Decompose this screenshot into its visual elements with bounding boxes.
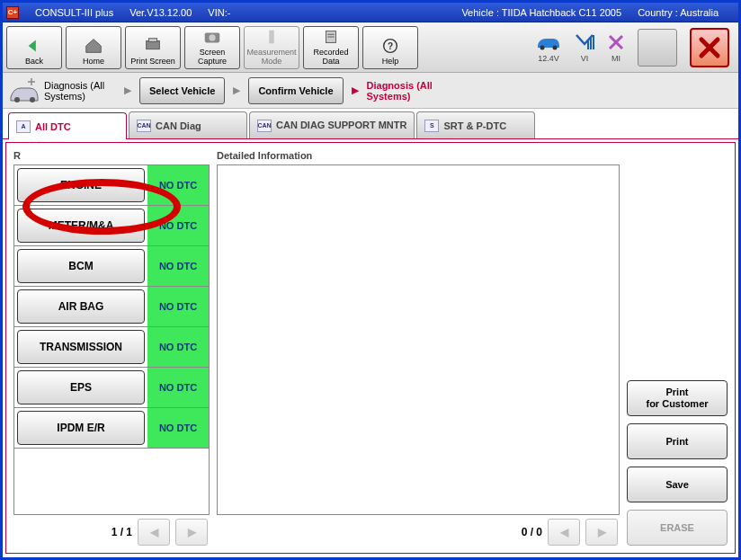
detail-next-button[interactable]: ▶ — [585, 519, 618, 546]
app-icon: C+ — [6, 6, 19, 19]
detail-pager: 0 / 0 ◀ ▶ — [217, 515, 620, 546]
vin-label: VIN:- — [208, 7, 230, 18]
systems-list: ENGINE NO DTC METER/M&A NO DTC BCM NO DT… — [13, 164, 210, 515]
tab-mini-icon: A — [16, 120, 31, 133]
status-group: 12.4V VI MI — [535, 28, 735, 67]
systems-prev-button[interactable]: ◀ — [138, 519, 170, 546]
svg-point-20 — [30, 97, 35, 102]
mi-x-icon — [607, 32, 625, 52]
car-icon — [535, 32, 562, 52]
screen-capture-button[interactable]: Screen Capture — [184, 26, 240, 69]
systems-pager: 1 / 1 ◀ ▶ — [13, 515, 210, 546]
chevron-right-icon: ▶ — [347, 84, 363, 96]
system-status: NO DTC — [147, 327, 209, 367]
system-row: BCM NO DTC — [14, 246, 209, 287]
save-button[interactable]: Save — [627, 467, 728, 502]
measurement-mode-button: Measurement Mode — [244, 26, 299, 69]
systems-column: R ENGINE NO DTC METER/M&A NO DTC BCM NO … — [13, 150, 210, 546]
chevron-right-icon: ▶ — [120, 84, 136, 96]
system-row: ENGINE NO DTC — [14, 165, 209, 206]
home-icon — [84, 37, 103, 55]
print-button[interactable]: Print — [627, 423, 728, 459]
system-status: NO DTC — [147, 287, 209, 326]
svg-rect-4 — [269, 30, 274, 43]
chevron-right-icon: ▶ — [228, 84, 245, 96]
confirm-vehicle-step[interactable]: Confirm Vehicle — [248, 77, 343, 104]
title-bar: C+ CONSULT-III plus Ver.V13.12.00 VIN:- … — [3, 3, 738, 22]
app-window: C+ CONSULT-III plus Ver.V13.12.00 VIN:- … — [0, 0, 741, 560]
tab-srt-pdtc[interactable]: S SRT & P-DTC — [416, 111, 535, 138]
system-airbag-button[interactable]: AIR BAG — [17, 289, 145, 324]
system-status: NO DTC — [147, 165, 209, 205]
system-status: NO DTC — [147, 408, 209, 448]
system-row: TRANSMISSION NO DTC — [14, 327, 209, 368]
back-icon — [24, 37, 44, 55]
detail-pager-label: 0 / 0 — [522, 526, 542, 538]
svg-text:?: ? — [388, 40, 393, 50]
tab-mini-icon: CAN — [137, 120, 151, 132]
tab-can-diag[interactable]: CAN CAN Diag — [129, 111, 247, 138]
breadcrumb: Diagnosis (All Systems) ▶ Select Vehicle… — [3, 73, 738, 109]
vi-signal-icon — [575, 32, 594, 52]
system-ipdm-button[interactable]: IPDM E/R — [17, 411, 145, 445]
svg-rect-1 — [148, 38, 156, 41]
print-screen-button[interactable]: Print Screen — [125, 26, 181, 69]
systems-pager-label: 1 / 1 — [112, 526, 132, 538]
vehicle-label: Vehicle : TIIDA Hatchback C11 2005 — [461, 7, 621, 18]
svg-point-11 — [553, 45, 558, 49]
tab-mini-icon: S — [424, 120, 439, 132]
camera-icon — [202, 28, 222, 46]
systems-next-button[interactable]: ▶ — [175, 519, 208, 546]
system-row: METER/M&A NO DTC — [14, 206, 209, 246]
tab-bar: A All DTC CAN CAN Diag CAN CAN DIAG SUPP… — [3, 109, 738, 139]
recorded-data-button[interactable]: Recorded Data — [303, 26, 359, 69]
tab-mini-icon: CAN — [257, 120, 272, 132]
system-status: NO DTC — [147, 368, 209, 407]
svg-rect-14 — [593, 35, 594, 49]
print-screen-icon — [143, 37, 163, 55]
close-button[interactable] — [690, 28, 729, 67]
detail-column: Detailed Information 0 / 0 ◀ ▶ — [217, 150, 620, 546]
system-row: IPDM E/R NO DTC — [14, 408, 209, 449]
svg-point-3 — [209, 34, 215, 40]
toolbar: Back Home Print Screen Screen Capture Me… — [3, 22, 738, 73]
system-row: AIR BAG NO DTC — [14, 287, 209, 327]
home-button[interactable]: Home — [66, 26, 121, 69]
mi-status: MI — [607, 32, 625, 63]
app-version: Ver.V13.12.00 — [129, 7, 192, 18]
detail-box — [217, 164, 620, 515]
system-eps-button[interactable]: EPS — [17, 370, 145, 404]
actions-column: Print for Customer Print Save ERASE — [627, 150, 728, 546]
system-status: NO DTC — [147, 206, 209, 245]
print-customer-button[interactable]: Print for Customer — [627, 380, 728, 416]
detail-header: Detailed Information — [217, 150, 620, 163]
system-engine-button[interactable]: ENGINE — [17, 168, 145, 202]
system-transmission-button[interactable]: TRANSMISSION — [17, 330, 145, 364]
measurement-icon — [262, 28, 281, 46]
breadcrumb-start: Diagnosis (All Systems) — [44, 80, 116, 102]
help-button[interactable]: ? Help — [362, 26, 418, 69]
svg-rect-13 — [590, 38, 592, 49]
breadcrumb-current: Diagnosis (All Systems) — [367, 80, 457, 102]
tab-all-dtc[interactable]: A All DTC — [8, 112, 127, 139]
battery-indicator — [638, 29, 677, 67]
vi-status: VI — [575, 32, 594, 63]
recorded-data-icon — [321, 28, 341, 46]
svg-point-19 — [14, 97, 20, 102]
system-status: NO DTC — [147, 246, 209, 286]
diagnosis-icon — [8, 77, 40, 104]
app-name: CONSULT-III plus — [35, 7, 113, 18]
system-bcm-button[interactable]: BCM — [17, 249, 145, 283]
close-icon — [698, 36, 721, 59]
system-row: EPS NO DTC — [14, 368, 209, 408]
tab-can-diag-support[interactable]: CAN CAN DIAG SUPPORT MNTR — [249, 111, 415, 138]
country-label: Country : Australia — [638, 7, 719, 18]
select-vehicle-step[interactable]: Select Vehicle — [139, 77, 225, 104]
main-panel: R ENGINE NO DTC METER/M&A NO DTC BCM NO … — [5, 142, 736, 554]
detail-prev-button[interactable]: ◀ — [548, 519, 580, 546]
back-button[interactable]: Back — [6, 26, 62, 69]
voltage-status: 12.4V — [535, 32, 562, 63]
systems-header: R — [13, 150, 210, 163]
erase-button[interactable]: ERASE — [627, 510, 728, 546]
system-meter-button[interactable]: METER/M&A — [17, 209, 145, 243]
